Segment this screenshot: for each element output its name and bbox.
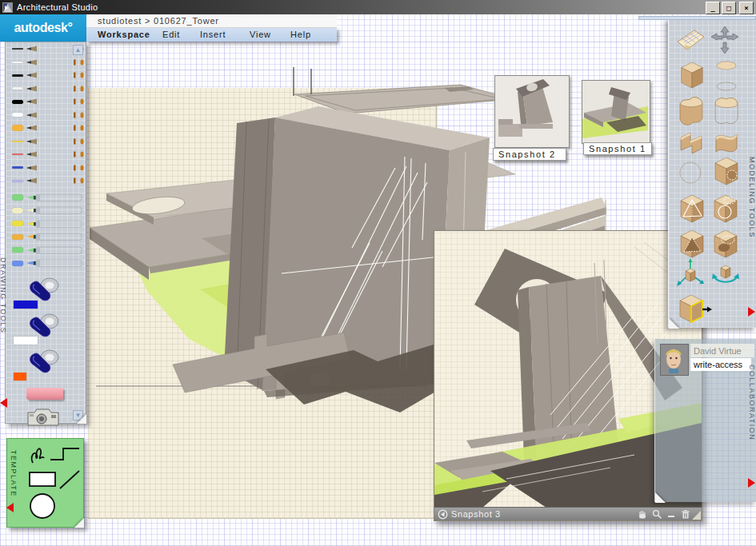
autodesk-logo: autodesk° <box>0 14 86 42</box>
snapshot-3-title: Snapshot 3 <box>451 509 501 519</box>
horizontal-scrollbar[interactable] <box>638 16 756 20</box>
pushpull-widget-tool[interactable] <box>677 293 712 328</box>
cylinder-cut-box-tool[interactable] <box>710 227 741 264</box>
ink-bottle-tool[interactable] <box>6 311 86 347</box>
wedge-cut-box-icon <box>677 227 707 261</box>
delete-trash-icon[interactable] <box>681 509 690 520</box>
pan-hand-icon[interactable] <box>637 509 647 520</box>
line-template[interactable] <box>60 471 79 488</box>
minimize-window-icon[interactable] <box>667 509 676 520</box>
close-button[interactable]: × <box>739 2 754 14</box>
window-titlebar[interactable]: Architectural Studio _ □ × <box>0 0 756 14</box>
pencil-tool[interactable] <box>6 95 86 109</box>
breadcrumb-bar[interactable]: studiotest > 010627_Tower <box>86 14 337 28</box>
rectangle-template[interactable] <box>30 472 55 486</box>
menu-insert[interactable]: Insert <box>200 30 226 39</box>
move-arrows-icon <box>710 26 739 54</box>
marker-tool[interactable] <box>6 217 86 231</box>
drawing-panel-fold-corner <box>77 414 86 424</box>
ink-bottle-tool[interactable] <box>6 347 86 383</box>
marker-color-swatch <box>12 194 23 201</box>
loft-box-tool[interactable] <box>677 94 706 130</box>
snapshot-cycle-icon[interactable] <box>438 509 448 520</box>
pencil-icon <box>26 58 84 66</box>
pencil-tool[interactable] <box>6 135 86 149</box>
wedge-wire-box-tool[interactable] <box>677 192 707 229</box>
pencil-tool[interactable] <box>6 69 86 82</box>
hole-box-icon <box>712 155 741 187</box>
pencil-color-swatch <box>12 100 23 104</box>
ink-color-swatch <box>14 301 38 309</box>
pencil-icon <box>26 111 84 119</box>
snapshot-1-label[interactable]: Snapshot 1 <box>583 142 652 155</box>
rotate-widget-tool[interactable] <box>710 261 741 293</box>
snapshot-1-preview <box>582 81 648 141</box>
marker-tool[interactable] <box>6 191 86 205</box>
wedge-wire-box-icon <box>677 192 707 225</box>
pencil-tool[interactable] <box>6 109 86 122</box>
pencil-tool[interactable] <box>6 161 86 175</box>
marker-icon <box>26 193 84 202</box>
camera-tool-icon[interactable] <box>26 406 60 427</box>
hole-box-tool[interactable] <box>712 155 741 190</box>
modeling-tools-expand-arrow[interactable] <box>748 307 755 317</box>
pencil-tool[interactable] <box>6 56 86 70</box>
eraser-tool[interactable] <box>26 388 63 400</box>
marker-tool[interactable] <box>6 230 86 244</box>
snapshot-3-titlebar[interactable]: Snapshot 3 <box>434 507 702 520</box>
box-tool[interactable] <box>678 59 706 94</box>
menu-help[interactable]: Help <box>290 30 311 39</box>
collaboration-label: COLLABORATION <box>748 365 756 483</box>
modeling-tools-panel: MODELING TOOLS <box>668 18 756 328</box>
drawing-tools-collapse-arrow[interactable] <box>0 398 7 408</box>
maximize-button[interactable]: □ <box>722 2 736 14</box>
snapshot-2-label-text: Snapshot 2 <box>498 149 556 159</box>
template-label: TEMPLATE <box>10 450 18 497</box>
zoom-icon[interactable] <box>652 509 662 520</box>
pencil-tool[interactable] <box>6 122 86 135</box>
breadcrumb[interactable]: studiotest > 010627_Tower <box>98 16 219 26</box>
cylinder-tool[interactable] <box>714 59 739 94</box>
snapshot-2-thumbnail[interactable] <box>494 75 570 148</box>
pencil-color-swatch <box>12 180 23 182</box>
circle-template[interactable] <box>30 494 54 518</box>
pencil-tool[interactable] <box>6 82 86 96</box>
pencil-color-swatch <box>12 153 23 155</box>
move-tool[interactable] <box>710 26 739 58</box>
minimize-button[interactable]: _ <box>706 2 720 14</box>
marker-tool[interactable] <box>6 204 86 217</box>
menu-edit[interactable]: Edit <box>162 30 180 39</box>
ink-bottle-tool[interactable] <box>6 275 86 311</box>
collaboration-expand-arrow[interactable] <box>748 478 755 488</box>
ink-color-swatch <box>14 373 26 381</box>
translate-widget-tool[interactable] <box>675 257 706 294</box>
pencil-tool[interactable] <box>6 148 86 161</box>
marker-tool[interactable] <box>6 257 86 270</box>
sphere-tool[interactable] <box>678 160 702 189</box>
loft-cylinder-tool[interactable] <box>712 94 741 130</box>
pencil-tool[interactable] <box>6 174 86 188</box>
scribble-template[interactable] <box>32 448 44 463</box>
wall-zigzag-tool[interactable] <box>678 128 704 161</box>
menu-workspace[interactable]: Workspace <box>98 30 150 39</box>
menu-bar: Workspace Edit Insert View Help <box>86 28 337 42</box>
application-window: Snapshot 2 Snapshot 1 <box>0 0 756 546</box>
scroll-up-arrow[interactable]: ▲ <box>73 45 83 55</box>
pencil-color-swatch <box>12 141 23 142</box>
menu-view[interactable]: View <box>250 30 271 39</box>
box-icon <box>678 59 706 91</box>
cylinder-wire-box-tool[interactable] <box>710 192 741 229</box>
marker-tool[interactable] <box>6 244 86 257</box>
app-icon <box>2 2 13 13</box>
snapshot-2-label[interactable]: Snapshot 2 <box>493 148 566 161</box>
cylinder-wire-box-icon <box>710 192 741 225</box>
resize-grip[interactable] <box>692 511 701 520</box>
template-collapse-arrow[interactable] <box>6 503 14 512</box>
polyline-template[interactable] <box>50 448 79 460</box>
pencil-color-swatch <box>12 125 23 131</box>
loft-cylinder-icon <box>712 94 741 126</box>
collaborator-avatar[interactable] <box>660 344 689 376</box>
drawing-sheet-tool[interactable] <box>675 27 706 56</box>
drawing-sheet-icon <box>675 27 706 53</box>
snapshot-1-thumbnail[interactable] <box>582 80 650 144</box>
